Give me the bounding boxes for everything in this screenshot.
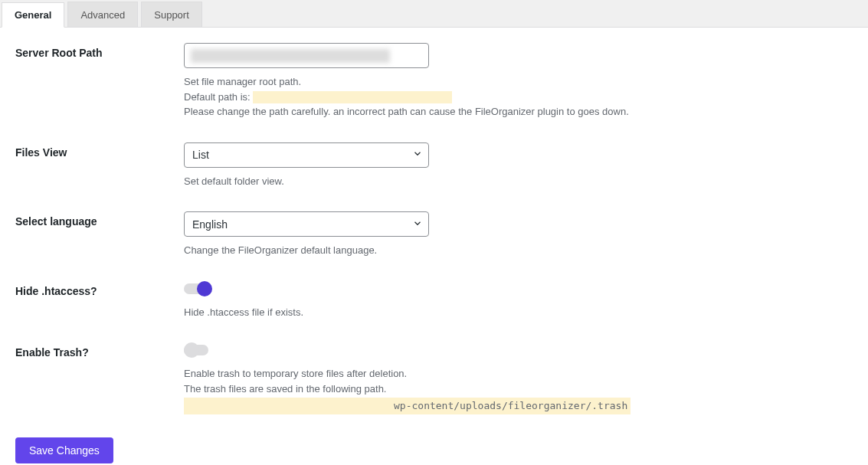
- language-select[interactable]: English: [184, 211, 429, 237]
- redacted-trash-prefix: [187, 401, 394, 413]
- row-server-root-path: Server Root Path Set file manager root p…: [15, 43, 853, 120]
- label-enable-trash: Enable Trash?: [15, 342, 184, 414]
- help-select-language: Change the FileOrganizer default languag…: [184, 243, 853, 258]
- help-files-view: Set default folder view.: [184, 174, 853, 189]
- help-text-line: Please change the path carefully. an inc…: [184, 104, 853, 120]
- label-files-view: Files View: [15, 142, 184, 189]
- row-enable-trash: Enable Trash? Enable trash to temporary …: [15, 342, 853, 414]
- help-text-line: The trash files are saved in the followi…: [184, 381, 853, 397]
- trash-path-suffix: wp-content/uploads/fileorganizer/.trash: [394, 400, 627, 411]
- help-text-line: Set file manager root path.: [184, 74, 853, 90]
- field-hide-htaccess: Hide .htaccess file if exists.: [184, 281, 853, 320]
- row-files-view: Files View List Set default folder view.: [15, 142, 853, 189]
- save-button[interactable]: Save Changes: [15, 437, 113, 463]
- label-hide-htaccess: Hide .htaccess?: [15, 281, 184, 320]
- field-enable-trash: Enable trash to temporary store files af…: [184, 342, 853, 414]
- help-server-root-path: Set file manager root path. Default path…: [184, 74, 853, 120]
- language-select-wrapper: English: [184, 211, 429, 237]
- help-enable-trash: Enable trash to temporary store files af…: [184, 366, 853, 414]
- settings-body: Server Root Path Set file manager root p…: [0, 28, 868, 465]
- enable-trash-toggle[interactable]: [184, 342, 215, 358]
- files-view-select-wrapper: List: [184, 142, 429, 168]
- field-select-language: English Change the FileOrganizer default…: [184, 211, 853, 258]
- files-view-select[interactable]: List: [184, 142, 429, 168]
- help-prefix: Default path is:: [184, 91, 253, 103]
- toggle-thumb: [197, 281, 212, 296]
- tab-support[interactable]: Support: [141, 2, 202, 27]
- tab-general[interactable]: General: [2, 2, 64, 28]
- help-text-line: Default path is:: [184, 90, 853, 105]
- label-server-root-path: Server Root Path: [15, 43, 184, 120]
- row-hide-htaccess: Hide .htaccess? Hide .htaccess file if e…: [15, 281, 853, 320]
- field-files-view: List Set default folder view.: [184, 142, 853, 189]
- hide-htaccess-toggle[interactable]: [184, 281, 215, 296]
- redacted-default-path: [253, 91, 452, 103]
- help-text-line: Enable trash to temporary store files af…: [184, 366, 853, 381]
- tabs-bar: General Advanced Support: [0, 0, 868, 28]
- label-select-language: Select language: [15, 211, 184, 258]
- toggle-thumb: [184, 342, 199, 358]
- tab-advanced[interactable]: Advanced: [67, 2, 138, 27]
- row-select-language: Select language English Change the FileO…: [15, 211, 853, 258]
- help-hide-htaccess: Hide .htaccess file if exists.: [184, 305, 853, 320]
- redacted-input-value: [191, 49, 390, 63]
- field-server-root-path: Set file manager root path. Default path…: [184, 43, 853, 120]
- trash-path-highlight: wp-content/uploads/fileorganizer/.trash: [184, 398, 631, 414]
- server-root-path-input[interactable]: [184, 43, 429, 68]
